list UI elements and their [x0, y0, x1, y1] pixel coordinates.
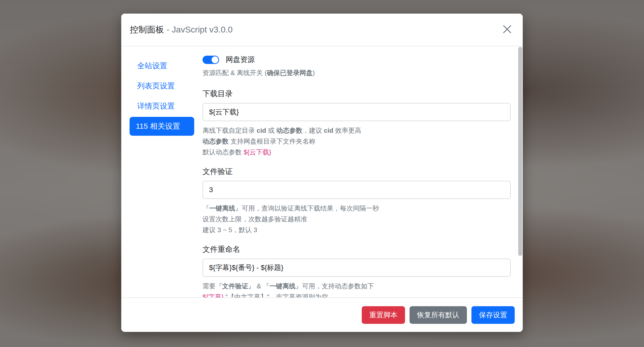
netdisk-resource-toggle[interactable]: [203, 56, 219, 64]
help-line: ${字幕} "【中文字幕】"，非字幕资源则为空: [203, 292, 511, 297]
help-line: 默认动态参数 ${云下载}: [203, 147, 511, 158]
nav-item-detail-page-settings[interactable]: 详情页设置: [130, 97, 194, 116]
help-line: 『一键离线』可用，查询以验证离线下载结果，每次间隔一秒: [203, 203, 511, 214]
help-line: 离线下载自定目录 cid 或 动态参数，建议 cid 效率更高: [203, 125, 511, 136]
page-title: 控制面板- JavScript v3.0.0: [130, 24, 233, 36]
close-button[interactable]: [501, 23, 514, 36]
download-directory-input[interactable]: [203, 103, 511, 121]
file-rename-field: 文件重命名 需要『文件验证』 & 『一键离线』可用，支持动态参数如下 ${字幕}…: [203, 244, 511, 297]
scrollbar-thumb[interactable]: [518, 47, 522, 256]
help-line: 建议 3 ~ 5，默认 3: [203, 225, 511, 235]
file-verify-label: 文件验证: [203, 166, 511, 177]
file-verify-field: 文件验证 『一键离线』可用，查询以验证离线下载结果，每次间隔一秒 设置次数上限，…: [203, 166, 511, 235]
page-title-version: - JavScript v3.0.0: [167, 25, 233, 34]
netdisk-resource-description: 资源匹配 & 离线开关 (确保已登录网盘): [203, 68, 511, 78]
page-title-main: 控制面板: [130, 25, 164, 34]
file-rename-label: 文件重命名: [203, 244, 511, 255]
help-line: 动态参数 支持网盘根目录下文件夹名称: [203, 136, 511, 147]
modal-footer: 重置脚本 恢复所有默认 保存设置: [121, 297, 523, 332]
save-settings-button[interactable]: 保存设置: [471, 306, 515, 324]
modal-header: 控制面板- JavScript v3.0.0: [121, 14, 523, 46]
help-line: 需要『文件验证』 & 『一键离线』可用，支持动态参数如下: [203, 281, 511, 292]
download-directory-label: 下载目录: [203, 88, 511, 99]
nav-item-list-page-settings[interactable]: 列表页设置: [130, 77, 194, 95]
help-line: 设置次数上限，次数越多验证越精准: [203, 214, 511, 225]
file-rename-input[interactable]: [203, 259, 511, 277]
close-icon: [502, 24, 512, 35]
nav-item-115-settings[interactable]: 115 相关设置: [130, 117, 194, 136]
scrollbar-track[interactable]: [518, 46, 523, 297]
settings-content: 网盘资源 资源匹配 & 离线开关 (确保已登录网盘) 下载目录 离线下载自定目录…: [194, 46, 523, 297]
settings-nav: 全站设置 列表页设置 详情页设置 115 相关设置: [121, 46, 194, 297]
restore-defaults-button[interactable]: 恢复所有默认: [410, 306, 467, 324]
nav-item-site-settings[interactable]: 全站设置: [130, 56, 194, 75]
reset-script-button[interactable]: 重置脚本: [362, 306, 405, 324]
netdisk-toggle-row: 网盘资源: [203, 55, 511, 65]
modal-body: 全站设置 列表页设置 详情页设置 115 相关设置 网盘资源 资源匹配 & 离线…: [121, 46, 523, 297]
file-verify-input[interactable]: [203, 181, 511, 199]
download-directory-field: 下载目录 离线下载自定目录 cid 或 动态参数，建议 cid 效率更高 动态参…: [203, 88, 511, 158]
toggle-knob: [212, 56, 218, 63]
control-panel-modal: 控制面板- JavScript v3.0.0 全站设置 列表页设置 详情页设置 …: [121, 14, 523, 332]
netdisk-resource-label: 网盘资源: [226, 55, 255, 65]
